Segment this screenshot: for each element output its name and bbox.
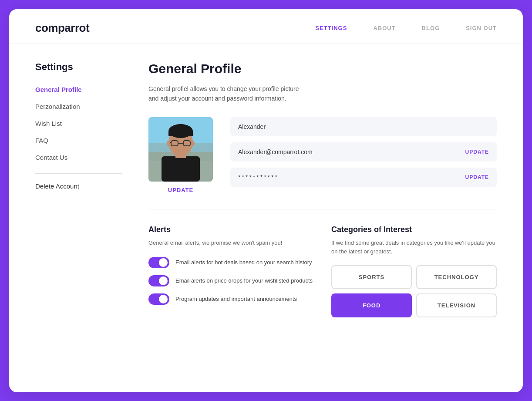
avatar-update-button[interactable]: UPDATE [168,187,193,193]
app-container: comparrot SETTINGS ABOUT BLOG SIGN OUT S… [9,9,523,392]
profile-section: UPDATE Alexander Alexander@comparrot.com… [148,117,497,209]
alerts-description: General email alerts, we promise we won'… [148,239,314,247]
email-field-value: Alexander@comparrot.com [238,148,465,155]
sidebar-item-general-profile[interactable]: General Profile [35,86,122,93]
categories-title: Categories of Interest [331,225,497,234]
sidebar-item-faq[interactable]: FAQ [35,137,122,144]
logo[interactable]: comparrot [35,21,89,35]
categories-section: Categories of Interest If we find some g… [331,225,497,317]
toggle-slider-3 [148,293,169,305]
password-update-button[interactable]: UPDATE [465,174,489,180]
nav-about[interactable]: ABOUT [373,25,395,31]
page-description: General profiel allows you to change you… [148,84,497,104]
toggle-slider-1 [148,257,169,268]
header: comparrot SETTINGS ABOUT BLOG SIGN OUT [9,9,523,44]
nav-signout[interactable]: SIGN OUT [466,25,497,31]
nav-settings[interactable]: SETTINGS [315,25,347,31]
email-field-row: Alexander@comparrot.com UPDATE [230,142,497,162]
alert-item-3: Program updates and important announceme… [148,293,314,305]
category-television-button[interactable]: TELEVISION [416,293,497,317]
sidebar-divider [35,173,122,174]
categories-grid: SPORTS TECHNOLOGY FOOD TELEVISION [331,265,497,317]
sidebar-menu: General Profile Perzonalization Wish Lis… [35,86,122,161]
main-nav: SETTINGS ABOUT BLOG SIGN OUT [315,25,497,31]
avatar-area: UPDATE [148,117,213,193]
svg-rect-3 [162,156,200,182]
content-area: General Profile General profiel allows y… [148,61,497,318]
sidebar-item-delete-account[interactable]: Delete Account [35,182,79,190]
bottom-sections: Alerts General email alerts, we promise … [148,225,497,317]
nav-blog[interactable]: BLOG [422,25,440,31]
category-sports-button[interactable]: SPORTS [331,265,412,289]
alert-toggle-1[interactable] [148,257,169,268]
toggle-slider-2 [148,275,169,286]
sidebar-item-personalization[interactable]: Perzonalization [35,103,122,110]
sidebar-title: Settings [35,61,122,73]
svg-point-13 [167,141,170,146]
category-technology-button[interactable]: TECHNOLOGY [416,265,497,289]
avatar-image [148,117,213,182]
password-field-value: *********** [238,174,465,181]
alert-item-1: Email alerts for hot deals based on your… [148,257,314,268]
email-update-button[interactable]: UPDATE [465,149,489,155]
main-layout: Settings General Profile Perzonalization… [9,44,523,335]
svg-point-14 [191,141,195,146]
alert-toggle-3[interactable] [148,293,169,305]
profile-fields: Alexander Alexander@comparrot.com UPDATE… [230,117,497,187]
sidebar-item-wish-list[interactable]: Wish List [35,120,122,127]
alert-item-2: Email alerts on price drops for your wis… [148,275,314,286]
alert-label-3: Program updates and important announceme… [175,296,297,302]
sidebar: Settings General Profile Perzonalization… [35,61,122,318]
sidebar-item-contact-us[interactable]: Contact Us [35,154,122,161]
alert-label-2: Email alerts on price drops for your wis… [175,277,313,284]
category-food-button[interactable]: FOOD [331,293,412,317]
name-field-row: Alexander [230,117,497,136]
alert-label-1: Email alerts for hot deals based on your… [175,259,312,266]
page-title: General Profile [148,61,497,76]
alerts-section: Alerts General email alerts, we promise … [148,225,314,317]
alert-toggle-2[interactable] [148,275,169,286]
alerts-title: Alerts [148,225,314,234]
name-field-value: Alexander [238,123,489,130]
password-field-row: *********** UPDATE [230,168,497,187]
svg-rect-7 [168,131,193,136]
categories-description: If we find some great deals in categorie… [331,239,497,256]
